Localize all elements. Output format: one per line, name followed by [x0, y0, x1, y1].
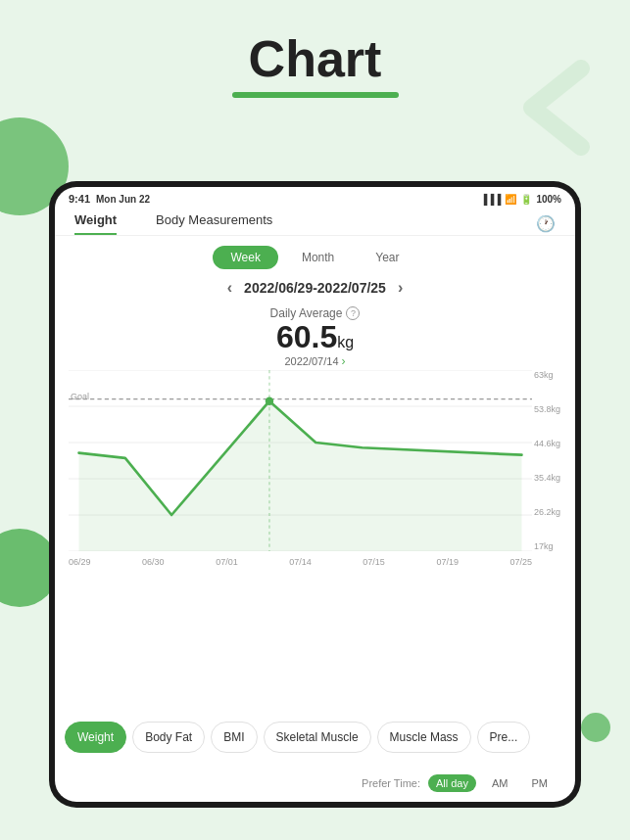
y-label-2: 44.6kg — [534, 439, 559, 448]
status-time: 9:41 — [69, 193, 90, 205]
metric-skeletal-muscle[interactable]: Skeletal Muscle — [264, 722, 371, 753]
status-bar: 9:41 Mon Jun 22 ▐▐▐ 📶 🔋 100% — [55, 187, 575, 207]
daily-avg-label: Daily Average ? — [55, 306, 575, 320]
prefer-pm[interactable]: PM — [524, 774, 557, 792]
y-label-4: 26.2kg — [534, 507, 559, 517]
chart-svg — [69, 370, 532, 551]
chart-area: Goal 63kg 53.8kg 44.6kg 35.4kg 26.2kg 17… — [69, 370, 561, 551]
x-label-3: 07/14 — [289, 557, 312, 567]
date-range-value: 2022/06/29-2022/07/25 — [244, 280, 386, 296]
next-date-button[interactable]: › — [398, 279, 403, 297]
battery-percent: 100% — [536, 194, 561, 205]
x-label-5: 07/19 — [436, 557, 459, 567]
chart-goal-label: Goal — [71, 392, 89, 401]
battery-icon: 🔋 — [520, 194, 532, 205]
chart-y-labels: 63kg 53.8kg 44.6kg 35.4kg 26.2kg 17kg — [532, 370, 561, 551]
page-title: Chart — [0, 0, 630, 88]
metric-pre[interactable]: Pre... — [477, 722, 531, 753]
metric-bmi[interactable]: BMI — [211, 722, 257, 753]
signal-icon: ▐▐▐ — [480, 194, 501, 205]
y-label-0: 63kg — [534, 370, 559, 380]
prefer-time-bar: Prefer Time: All day AM PM — [55, 774, 575, 792]
metric-body-fat[interactable]: Body Fat — [132, 722, 205, 753]
svg-marker-7 — [79, 401, 522, 551]
wifi-icon: 📶 — [505, 194, 516, 205]
x-label-0: 06/29 — [69, 557, 91, 567]
period-month[interactable]: Month — [284, 246, 352, 269]
period-selector: Week Month Year — [55, 236, 575, 275]
metric-muscle-mass[interactable]: Muscle Mass — [377, 722, 471, 753]
daily-avg-value: 60.5kg — [55, 320, 575, 354]
tab-weight[interactable]: Weight — [74, 212, 117, 235]
tab-bar: Weight Body Measurements 🕐 — [55, 207, 575, 236]
x-label-1: 06/30 — [142, 557, 165, 567]
period-year[interactable]: Year — [358, 246, 416, 269]
daily-avg-date[interactable]: 2022/07/14 › — [55, 354, 575, 368]
prefer-allday[interactable]: All day — [428, 774, 476, 792]
date-range: ‹ 2022/06/29-2022/07/25 › — [55, 275, 575, 301]
metric-weight[interactable]: Weight — [65, 722, 126, 753]
x-label-4: 07/15 — [363, 557, 385, 567]
y-label-5: 17kg — [534, 541, 559, 551]
period-week[interactable]: Week — [213, 246, 277, 269]
prefer-am[interactable]: AM — [484, 774, 516, 792]
prev-date-button[interactable]: ‹ — [227, 279, 232, 297]
x-label-6: 07/25 — [509, 557, 532, 567]
tab-body-measurements[interactable]: Body Measurements — [156, 212, 272, 235]
device-screen: 9:41 Mon Jun 22 ▐▐▐ 📶 🔋 100% Weight Body… — [55, 187, 575, 802]
prefer-time-label: Prefer Time: — [362, 777, 420, 789]
status-date: Mon Jun 22 — [96, 194, 150, 205]
daily-average: Daily Average ? 60.5kg 2022/07/14 › — [55, 301, 575, 370]
tab-buttons: Weight Body Measurements — [74, 212, 272, 235]
info-icon[interactable]: ? — [346, 306, 360, 320]
metric-tabs: Weight Body Fat BMI Skeletal Muscle Musc… — [55, 714, 575, 761]
x-label-2: 07/01 — [216, 557, 238, 567]
y-label-3: 35.4kg — [534, 473, 559, 483]
chart-x-labels: 06/29 06/30 07/01 07/14 07/15 07/19 07/2… — [69, 557, 532, 567]
bg-circle-bottom-right — [581, 713, 610, 742]
device-frame: 9:41 Mon Jun 22 ▐▐▐ 📶 🔋 100% Weight Body… — [49, 181, 581, 808]
status-icons: ▐▐▐ 📶 🔋 100% — [480, 194, 561, 205]
y-label-1: 53.8kg — [534, 404, 559, 414]
history-icon[interactable]: 🕐 — [536, 214, 556, 233]
title-underline — [232, 92, 399, 98]
